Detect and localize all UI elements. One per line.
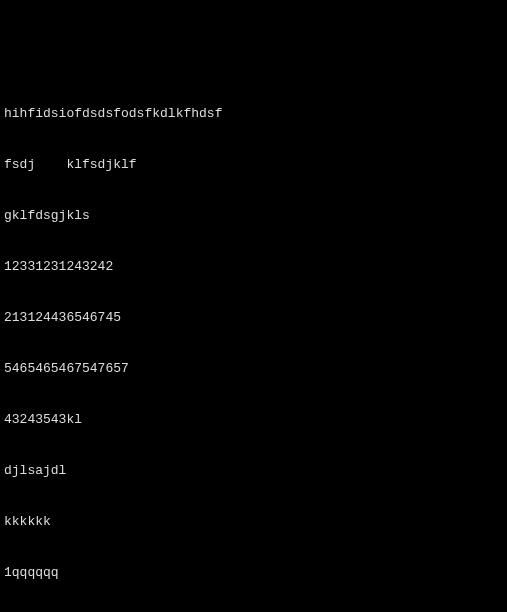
buffer-line: 5465465467547657 [4,360,503,377]
vim-editor[interactable]: hihfidsiofdsdsfodsfkdlkfhdsf fsdj klfsdj… [4,71,503,612]
buffer-line: 213124436546745 [4,309,503,326]
buffer-line: hihfidsiofdsdsfodsfkdlkfhdsf [4,105,503,122]
buffer-line: kkkkkk [4,513,503,530]
buffer-line: 1qqqqqq [4,564,503,581]
buffer-line: 43243543kl [4,411,503,428]
buffer-line: fsdj klfsdjklf [4,156,503,173]
text-buffer[interactable]: hihfidsiofdsdsfodsfkdlkfhdsf fsdj klfsdj… [4,71,503,612]
buffer-line: djlsajdl [4,462,503,479]
buffer-line: gklfdsgjkls [4,207,503,224]
buffer-line: 12331231243242 [4,258,503,275]
